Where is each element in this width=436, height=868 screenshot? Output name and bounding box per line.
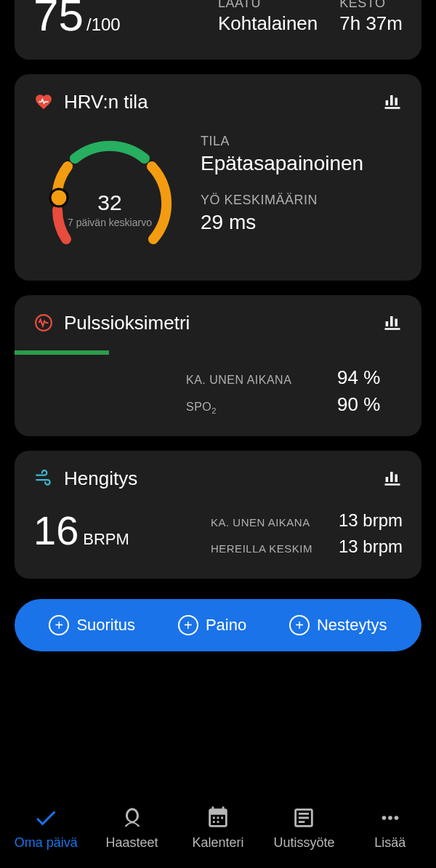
pulseox-spo2-label: SPO2 [186, 401, 323, 415]
bar-chart-icon[interactable] [382, 311, 403, 334]
bar-chart-icon[interactable] [382, 90, 403, 113]
sleep-duration-label: KESTO [339, 0, 403, 11]
hrv-night-value: 29 ms [201, 211, 403, 234]
breathing-unit: BRPM [83, 530, 129, 549]
nav-my-day[interactable]: Oma päivä [3, 805, 89, 851]
newsfeed-icon [291, 805, 317, 831]
nav-newsfeed[interactable]: Uutissyöte [261, 805, 347, 851]
svg-point-3 [388, 816, 392, 820]
pulseox-sleep-label: KA. UNEN AIKANA [186, 374, 323, 387]
plus-icon: + [289, 615, 310, 635]
hrv-gauge-sub: 7 päivän keskiarvo [33, 217, 186, 228]
sleep-quality-label: LAATU [218, 0, 318, 11]
hrv-card[interactable]: HRV:n tila 32 7 päivän keskiarvo [15, 74, 421, 281]
hrv-status-label: TILA [201, 134, 403, 149]
heart-icon [33, 92, 54, 112]
pulseox-title: Pulssioksimetri [64, 312, 382, 334]
sleep-score-denom: /100 [86, 15, 121, 35]
nav-challenges[interactable]: Haasteet [89, 805, 174, 851]
laurel-icon [119, 805, 145, 831]
add-activity-button[interactable]: + Suoritus [49, 615, 135, 635]
add-hydration-button[interactable]: + Nesteytys [289, 615, 387, 635]
more-icon [377, 805, 403, 831]
sleep-card[interactable]: 75 /100 LAATU Kohtalainen KESTO 7h 37m [15, 0, 421, 60]
breathing-awake-value: 13 brpm [339, 537, 403, 557]
breathing-card[interactable]: Hengitys 16 BRPM KA. UNEN AIKANA 13 brpm… [15, 451, 421, 579]
bar-chart-icon[interactable] [382, 467, 403, 490]
plus-icon: + [49, 615, 69, 635]
sleep-score: 75 [33, 0, 84, 38]
breathing-sleep-value: 13 brpm [339, 510, 403, 531]
nav-more[interactable]: Lisää [347, 805, 433, 851]
sleep-quality-value: Kohtalainen [218, 12, 318, 35]
bottom-nav: Oma päivä Haasteet Kalenteri Uutissyöte … [0, 789, 436, 868]
add-hydration-label: Nesteytys [317, 616, 387, 635]
nav-calendar[interactable]: Kalenteri [175, 805, 261, 851]
hrv-status-value: Epätasapainoinen [201, 152, 403, 175]
quick-add-bar: + Suoritus + Paino + Nesteytys [15, 599, 421, 651]
add-weight-label: Paino [206, 616, 246, 635]
pulseox-spo2-value: 90 % [337, 393, 403, 416]
pulseox-sparkline [15, 347, 403, 358]
hrv-night-label: YÖ KESKIMÄÄRIN [201, 193, 403, 208]
plus-icon: + [178, 615, 198, 635]
wind-icon [33, 468, 54, 489]
hrv-title: HRV:n tila [64, 91, 382, 113]
nav-newsfeed-label: Uutissyöte [273, 835, 334, 851]
calendar-icon [205, 805, 231, 831]
hrv-gauge-value: 32 [33, 190, 186, 215]
nav-challenges-label: Haasteet [106, 835, 158, 851]
add-weight-button[interactable]: + Paino [178, 615, 246, 635]
pulseox-icon [33, 313, 54, 333]
nav-my-day-label: Oma päivä [15, 835, 78, 851]
nav-calendar-label: Kalenteri [192, 835, 243, 851]
breathing-awake-label: HEREILLA KESKIM [211, 542, 327, 555]
pulseox-card[interactable]: Pulssioksimetri KA. UNEN AIKANA 94 % SPO… [15, 295, 421, 436]
check-icon [33, 805, 59, 831]
nav-more-label: Lisää [374, 835, 405, 851]
add-activity-label: Suoritus [76, 616, 135, 635]
breathing-sleep-label: KA. UNEN AIKANA [211, 516, 327, 529]
sleep-duration-value: 7h 37m [339, 12, 403, 35]
pulseox-sleep-value: 94 % [337, 366, 403, 389]
breathing-score: 16 [33, 510, 78, 551]
breathing-title: Hengitys [64, 467, 382, 490]
svg-point-2 [382, 816, 386, 820]
svg-point-4 [394, 816, 398, 820]
